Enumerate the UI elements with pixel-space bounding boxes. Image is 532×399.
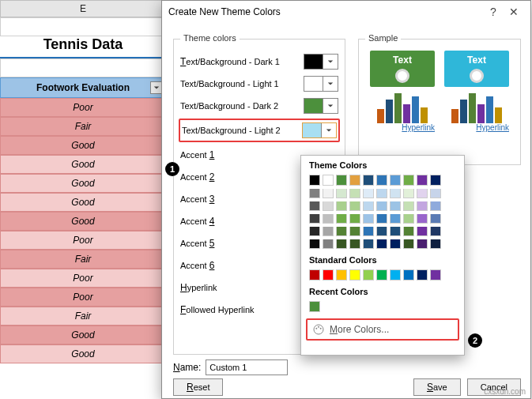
color-swatch[interactable] [376,201,387,211]
color-swatch[interactable] [390,214,401,224]
color-swatch[interactable] [390,189,401,198]
color-swatch[interactable] [349,214,360,224]
table-row[interactable]: Good [0,174,166,193]
table-row[interactable]: Good [0,326,166,344]
color-swatch[interactable] [417,189,428,198]
color-swatch[interactable] [430,269,441,280]
color-swatch[interactable] [403,227,414,236]
color-swatch[interactable] [309,227,320,236]
color-swatch[interactable] [376,239,387,249]
color-swatch[interactable] [323,214,334,224]
color-swatch[interactable] [390,269,401,280]
table-row[interactable]: Good [0,212,166,231]
close-icon[interactable]: ✕ [504,6,524,18]
table-row[interactable]: Poor [0,269,166,288]
color-swatch[interactable] [417,214,428,224]
color-swatch-button[interactable] [302,122,337,138]
color-swatch[interactable] [309,201,320,211]
color-swatch[interactable] [430,201,441,211]
color-swatch[interactable] [336,214,347,224]
color-swatch[interactable] [309,214,320,224]
color-swatch[interactable] [403,189,414,198]
color-swatch[interactable] [323,227,334,236]
color-swatch[interactable] [323,239,334,249]
table-row[interactable]: Good [0,155,166,174]
color-swatch[interactable] [376,214,387,224]
color-swatch[interactable] [336,239,347,249]
color-swatch[interactable] [417,175,428,186]
color-swatch[interactable] [403,239,414,249]
color-swatch[interactable] [363,189,374,198]
color-swatch[interactable] [309,301,320,312]
color-swatch[interactable] [363,269,374,280]
color-swatch[interactable] [323,269,334,280]
color-swatch[interactable] [309,269,320,280]
column-header[interactable]: E [0,0,166,17]
color-swatch-button[interactable] [304,98,338,114]
table-row[interactable]: Fair [0,250,166,269]
color-swatch[interactable] [376,189,387,198]
color-swatch[interactable] [363,201,374,211]
swatch-color [304,55,323,69]
color-swatch[interactable] [309,175,320,186]
color-swatch[interactable] [309,239,320,249]
color-swatch[interactable] [376,175,387,186]
color-swatch[interactable] [417,269,428,280]
color-swatch[interactable] [309,189,320,198]
color-swatch[interactable] [323,201,334,211]
table-row[interactable]: Poor [0,231,166,250]
table-row[interactable]: Good [0,136,166,155]
color-swatch[interactable] [430,227,441,236]
color-swatch[interactable] [430,239,441,249]
color-swatch[interactable] [390,175,401,186]
color-swatch[interactable] [336,189,347,198]
more-colors-button[interactable]: More Colors... [306,318,459,341]
color-swatch[interactable] [390,201,401,211]
table-row[interactable]: Fair [0,117,166,136]
table-header[interactable]: Footwork Evaluation [0,77,166,98]
color-swatch[interactable] [349,201,360,211]
color-swatch[interactable] [390,227,401,236]
color-swatch[interactable] [417,201,428,211]
color-swatch[interactable] [376,269,387,280]
color-swatch[interactable] [363,175,374,186]
color-swatch[interactable] [349,189,360,198]
color-swatch-button[interactable] [304,54,338,70]
color-swatch[interactable] [349,175,360,186]
color-swatch[interactable] [349,269,360,280]
color-swatch[interactable] [417,227,428,236]
color-swatch[interactable] [403,175,414,186]
annotation-badge-1: 1 [165,162,179,176]
color-swatch[interactable] [430,214,441,224]
color-swatch[interactable] [323,175,334,186]
color-swatch[interactable] [363,239,374,249]
table-row[interactable]: Poor [0,98,166,117]
color-swatch[interactable] [430,175,441,186]
color-swatch[interactable] [417,239,428,249]
sample-circle-icon [395,69,409,83]
color-swatch[interactable] [336,269,347,280]
save-button[interactable]: Save [413,378,461,396]
reset-button[interactable]: Reset [173,378,223,396]
color-swatch[interactable] [376,227,387,236]
color-swatch[interactable] [403,214,414,224]
color-swatch[interactable] [430,189,441,198]
table-row[interactable]: Good [0,193,166,212]
help-icon[interactable]: ? [483,6,504,18]
table-row[interactable]: Good [0,344,166,363]
color-swatch[interactable] [349,239,360,249]
color-swatch-button[interactable] [304,76,338,92]
color-swatch[interactable] [323,189,334,198]
table-row[interactable]: Fair [0,307,166,326]
color-swatch[interactable] [336,227,347,236]
color-swatch[interactable] [403,201,414,211]
color-swatch[interactable] [363,227,374,236]
name-input[interactable] [206,359,288,375]
color-swatch[interactable] [403,269,414,280]
color-swatch[interactable] [336,175,347,186]
color-swatch[interactable] [336,201,347,211]
table-row[interactable]: Poor [0,288,166,307]
color-swatch[interactable] [390,239,401,249]
color-swatch[interactable] [349,227,360,236]
color-swatch[interactable] [363,214,374,224]
